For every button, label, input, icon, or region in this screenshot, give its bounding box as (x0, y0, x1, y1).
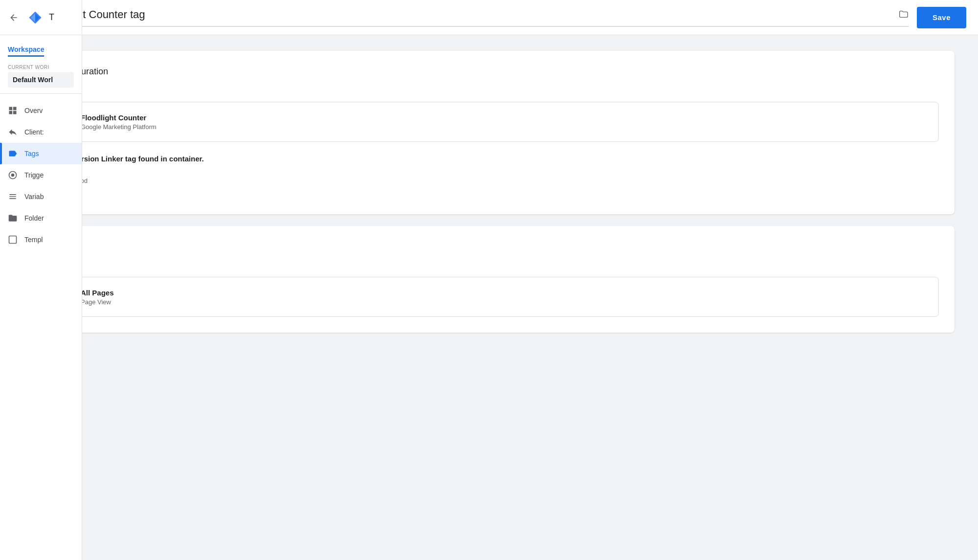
variables-label: Variab (24, 193, 44, 201)
panel-title: Floodlight Counter tag (39, 8, 888, 23)
templates-label: Templ (24, 236, 43, 244)
sidebar-item-clients[interactable]: Client: (0, 121, 82, 143)
save-button[interactable]: Save (917, 7, 966, 28)
sidebar-item-variables[interactable]: Variab (0, 186, 82, 207)
panel-body: Tag Configuration Tag Type (0, 35, 978, 560)
tag-type-info: Floodlight Counter Google Marketing Plat… (81, 113, 157, 131)
sidebar: T Workspace CURRENT WORI Default Worl Ov… (0, 0, 82, 560)
current-workspace-label: CURRENT WORI (8, 65, 74, 70)
overview-label: Overv (24, 107, 43, 114)
gtm-logo (26, 9, 44, 26)
workspace-name[interactable]: Default Worl (8, 72, 74, 88)
triggers-icon (8, 170, 18, 180)
counting-method-section: Counting Method Standard (39, 177, 939, 199)
sidebar-app-title: T (49, 12, 54, 22)
folder-icon[interactable] (898, 9, 909, 22)
trigger-name: All Pages (81, 289, 114, 297)
workspace-tab[interactable]: Workspace (8, 45, 44, 57)
sidebar-item-tags[interactable]: Tags (0, 143, 82, 164)
conversion-linker-notice: Conversion Linker tag found in container… (39, 152, 939, 165)
triggering-title: Triggering (39, 242, 939, 252)
folders-label: Folder (24, 214, 44, 222)
triggers-label: Trigge (24, 171, 44, 179)
tag-configuration-title: Tag Configuration (39, 67, 939, 77)
firing-triggers-label: Firing Triggers (39, 264, 939, 271)
tag-type-subtitle: Google Marketing Platform (81, 123, 157, 131)
sidebar-item-templates[interactable]: Templ (0, 229, 82, 250)
workspace-section: Workspace CURRENT WORI Default Worl (0, 35, 82, 94)
trigger-info: All Pages Page View (81, 289, 114, 306)
sidebar-nav: Overv Client: Tags (0, 94, 82, 560)
tags-icon (8, 149, 18, 158)
tag-detail-panel: ✕ Floodlight Counter tag Save Tag Config… (0, 0, 978, 560)
tags-label: Tags (24, 150, 39, 157)
overview-icon (8, 106, 18, 115)
sidebar-item-triggers[interactable]: Trigge (0, 164, 82, 186)
tag-type-name: Floodlight Counter (81, 113, 157, 122)
tag-type-label: Tag Type (39, 89, 939, 96)
trigger-subtitle: Page View (81, 298, 114, 306)
sidebar-item-folders[interactable]: Folder (0, 207, 82, 229)
sidebar-header: T (0, 0, 82, 35)
trigger-box[interactable]: All Pages Page View (39, 277, 939, 317)
back-button[interactable] (6, 10, 22, 25)
variables-icon (8, 192, 18, 202)
sidebar-item-overview[interactable]: Overv (0, 100, 82, 121)
svg-rect-3 (9, 236, 17, 244)
svg-point-2 (11, 174, 15, 177)
tag-configuration-card: Tag Configuration Tag Type (23, 51, 955, 214)
clients-icon (8, 127, 18, 137)
triggering-card: Triggering Firing Triggers All Pages Pag… (23, 226, 955, 333)
panel-header: ✕ Floodlight Counter tag Save (0, 0, 978, 35)
counting-method-value: Standard (39, 190, 939, 199)
tag-type-box[interactable]: Floodlight Counter Google Marketing Plat… (39, 102, 939, 142)
templates-icon (8, 235, 18, 245)
folders-icon (8, 213, 18, 223)
counting-method-label: Counting Method (39, 177, 939, 184)
clients-label: Client: (24, 128, 44, 136)
